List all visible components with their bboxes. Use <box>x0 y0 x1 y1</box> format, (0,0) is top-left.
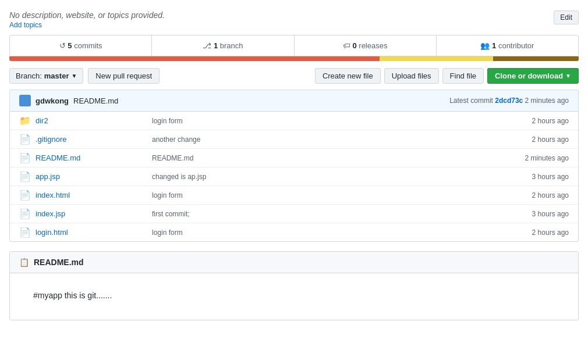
branch-label: branch <box>220 41 243 50</box>
action-bar-right: Create new file Upload files Find file C… <box>315 68 579 84</box>
table-row: 📄index.jspfirst commit;3 hours ago <box>10 205 578 223</box>
releases-count: 0 <box>352 41 356 50</box>
contributors-label: contributor <box>498 41 534 50</box>
create-new-file-button[interactable]: Create new file <box>315 68 381 84</box>
latest-commit-label: Latest commit <box>449 97 493 105</box>
readme-title: README.md <box>34 258 84 267</box>
file-table: 📁dir2login form2 hours ago📄.gitignoreano… <box>9 111 579 242</box>
file-icon: 📄 <box>19 134 31 145</box>
tag-icon: 🏷 <box>343 41 350 50</box>
file-name[interactable]: app.jsp <box>36 172 152 181</box>
table-row: 📄app.jspchanged is ap.jsp3 hours ago <box>10 167 578 186</box>
commits-stat[interactable]: ↺ 5 commits <box>10 35 152 56</box>
file-commit-message: another change <box>152 135 532 144</box>
file-time: 3 hours ago <box>532 173 569 181</box>
new-pull-request-button[interactable]: New pull request <box>88 68 160 84</box>
contributors-stat[interactable]: 👥 1 contributor <box>437 35 578 56</box>
file-icon: 📄 <box>19 190 31 201</box>
table-row: 📄.gitignoreanother change2 hours ago <box>10 130 578 149</box>
contributors-icon: 👥 <box>480 41 490 50</box>
file-time: 3 hours ago <box>532 210 569 218</box>
file-name[interactable]: index.html <box>36 191 152 199</box>
language-bar <box>9 56 579 61</box>
commits-label: commits <box>74 41 102 50</box>
find-file-button[interactable]: Find file <box>442 68 484 84</box>
file-commit-message: first commit; <box>152 210 532 218</box>
stats-bar: ↺ 5 commits ⎇ 1 branch 🏷 0 releases 👥 1 … <box>9 35 579 56</box>
file-icon: 📄 <box>19 208 31 219</box>
language-segment <box>380 56 494 61</box>
file-name[interactable]: README.md <box>36 154 152 162</box>
file-name[interactable]: login.html <box>36 228 152 237</box>
clone-label: Clone or download <box>495 72 563 80</box>
folder-icon: 📁 <box>19 115 31 126</box>
readme-content: #myapp this is git....... <box>33 291 555 300</box>
file-time: 2 minutes ago <box>525 154 569 162</box>
file-time: 2 hours ago <box>532 191 569 199</box>
file-commit-message: changed is ap.jsp <box>152 173 532 181</box>
file-time: 2 hours ago <box>532 135 569 144</box>
table-row: 📁dir2login form2 hours ago <box>10 112 578 130</box>
file-time: 2 hours ago <box>532 229 569 237</box>
avatar <box>19 95 31 106</box>
file-commit-message: login form <box>152 117 532 125</box>
branch-selector[interactable]: Branch: master ▼ <box>9 68 83 84</box>
action-bar-left: Branch: master ▼ New pull request <box>9 68 160 84</box>
file-icon: 📄 <box>19 227 31 238</box>
language-segment <box>493 56 579 61</box>
file-name[interactable]: index.jsp <box>36 209 152 218</box>
commit-meta: Latest commit 2dcd73c 2 minutes ago <box>449 97 569 105</box>
table-row: 📄index.htmllogin form2 hours ago <box>10 186 578 205</box>
action-bar: Branch: master ▼ New pull request Create… <box>9 68 579 84</box>
branch-label: Branch: <box>16 72 42 80</box>
commit-header: gdwkong README.md Latest commit 2dcd73c … <box>9 90 579 111</box>
file-commit-message: README.md <box>152 154 525 162</box>
chevron-down-icon: ▼ <box>71 73 77 79</box>
chevron-down-icon: ▼ <box>565 73 571 79</box>
commit-hash[interactable]: 2dcd73c <box>495 97 523 105</box>
readme-header: 📋 README.md <box>10 252 578 273</box>
file-commit-message: login form <box>152 191 532 199</box>
branches-stat[interactable]: ⎇ 1 branch <box>152 35 294 56</box>
file-commit-message: login form <box>152 229 532 237</box>
table-row: 📄README.mdREADME.md2 minutes ago <box>10 149 578 167</box>
branch-icon: ⎇ <box>203 41 211 50</box>
file-name[interactable]: dir2 <box>36 116 152 125</box>
contributors-count: 1 <box>492 41 496 50</box>
add-topics-link[interactable]: Add topics <box>9 21 42 29</box>
file-icon: 📄 <box>19 171 31 182</box>
branch-count: 1 <box>214 41 218 50</box>
file-name[interactable]: .gitignore <box>36 135 152 144</box>
table-row: 📄login.htmllogin form2 hours ago <box>10 223 578 241</box>
commit-filename: README.md <box>73 97 118 105</box>
description-bar: No description, website, or topics provi… <box>9 6 579 35</box>
commits-icon: ↺ <box>59 41 66 50</box>
branch-name: master <box>44 72 69 80</box>
upload-files-button[interactable]: Upload files <box>384 68 439 84</box>
commits-count: 5 <box>68 41 72 50</box>
description-left: No description, website, or topics provi… <box>9 10 554 29</box>
releases-stat[interactable]: 🏷 0 releases <box>295 35 437 56</box>
commit-time: 2 minutes ago <box>525 97 569 105</box>
language-segment <box>9 56 380 61</box>
readme-body: #myapp this is git....... <box>10 273 578 320</box>
releases-label: releases <box>359 41 387 50</box>
repo-description: No description, website, or topics provi… <box>9 10 554 20</box>
edit-button[interactable]: Edit <box>554 10 579 24</box>
file-icon: 📄 <box>19 152 31 163</box>
clone-download-button[interactable]: Clone or download ▼ <box>487 68 579 84</box>
readme-section: 📋 README.md #myapp this is git....... <box>9 251 579 320</box>
readme-icon: 📋 <box>19 258 29 267</box>
commit-username[interactable]: gdwkong <box>36 97 69 105</box>
file-time: 2 hours ago <box>532 117 569 125</box>
